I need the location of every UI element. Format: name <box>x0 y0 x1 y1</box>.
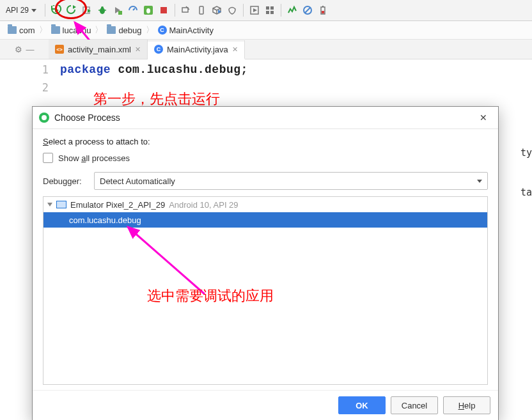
device-icon[interactable] <box>196 4 207 16</box>
layout-inspector-icon[interactable] <box>249 4 260 16</box>
line-number: 1 <box>0 61 49 79</box>
gutter-controls: ⚙ — <box>0 40 49 59</box>
heap-dump-icon[interactable] <box>286 4 298 16</box>
svg-rect-26 <box>270 11 274 14</box>
line-number: 2 <box>0 79 49 97</box>
svg-rect-31 <box>322 11 324 13</box>
chevron-right-icon: 〉 <box>95 24 103 36</box>
tab-close-icon[interactable]: ✕ <box>232 45 238 54</box>
ok-button[interactable]: OK <box>338 396 386 414</box>
svg-rect-23 <box>266 6 269 10</box>
attach-debugger-icon[interactable] <box>143 4 154 16</box>
run-icon[interactable] <box>51 4 62 16</box>
breadcrumb-label: MainActivity <box>169 26 214 35</box>
folder-icon <box>107 26 116 34</box>
dropdown-arrow-icon <box>31 9 36 12</box>
code-editor[interactable]: 1 2 package com.lucashu.debug; <box>0 59 532 111</box>
device-node[interactable]: Emulator Pixel_2_API_29 Android 10, API … <box>43 197 487 212</box>
chevron-right-icon: 〉 <box>146 24 154 36</box>
svg-marker-0 <box>55 8 59 12</box>
svg-rect-9 <box>118 11 122 15</box>
show-all-checkbox[interactable] <box>43 153 53 163</box>
breadcrumb-item[interactable]: debug <box>103 26 145 35</box>
tab-label: activity_main.xml <box>68 45 131 54</box>
folder-icon <box>51 26 60 34</box>
debug-icon[interactable] <box>97 4 108 16</box>
svg-rect-14 <box>182 8 188 12</box>
dialog-title: Choose Process <box>54 113 475 123</box>
breadcrumb-bar: com 〉 lucashu 〉 debug 〉 C MainActivity <box>0 21 532 40</box>
help-button[interactable]: Help <box>443 396 490 414</box>
breadcrumb-item[interactable]: C MainActivity <box>154 26 217 35</box>
truncated-code: ty ta <box>520 147 532 198</box>
main-toolbar: API 29 <box>0 0 532 21</box>
dialog-close-button[interactable]: ✕ <box>475 113 492 123</box>
device-name: Emulator Pixel_2_API_29 <box>70 200 165 210</box>
svg-marker-1 <box>73 5 76 9</box>
breadcrumb-item[interactable]: lucashu <box>47 26 95 35</box>
select-process-label: Select a process to attach to: <box>43 137 488 146</box>
no-entry-icon[interactable] <box>302 4 313 16</box>
run-coverage-icon[interactable] <box>112 4 123 16</box>
device-api-selector[interactable]: API 29 <box>3 2 40 19</box>
svg-rect-30 <box>322 6 324 7</box>
debugger-label: Debugger: <box>43 176 88 186</box>
dialog-button-bar: OK Cancel Help <box>33 390 498 420</box>
emulator-device-icon <box>56 201 66 208</box>
svg-line-18 <box>213 8 217 10</box>
editor-tab-activity-main[interactable]: <> activity_main.xml ✕ <box>49 40 148 59</box>
cancel-button[interactable]: Cancel <box>391 396 438 414</box>
svg-rect-24 <box>270 6 274 10</box>
breadcrumb-label: com <box>19 26 35 35</box>
svg-line-19 <box>217 8 221 10</box>
resource-manager-icon[interactable] <box>264 4 276 16</box>
dropdown-arrow-icon <box>477 180 482 183</box>
gear-icon[interactable]: ⚙ <box>15 45 22 54</box>
dialog-titlebar: Choose Process ✕ <box>33 107 498 129</box>
tree-expand-icon[interactable] <box>47 203 52 206</box>
apply-changes-icon[interactable] <box>81 4 93 16</box>
debugger-value: Detect Automatically <box>100 176 175 186</box>
tab-close-icon[interactable]: ✕ <box>135 45 141 54</box>
profiler-icon[interactable] <box>127 4 139 16</box>
svg-point-12 <box>146 8 150 13</box>
breadcrumb-label: debug <box>118 26 141 35</box>
device-api-label: API 29 <box>6 6 29 15</box>
svg-rect-13 <box>160 7 167 13</box>
tab-label: MainActivity.java <box>167 45 228 54</box>
stop-icon[interactable] <box>158 4 169 16</box>
xml-file-icon: <> <box>55 45 64 54</box>
avd-manager-icon[interactable] <box>180 4 192 16</box>
show-all-processes-row[interactable]: Show all processes <box>43 153 488 163</box>
chevron-right-icon: 〉 <box>39 24 47 36</box>
choose-process-dialog: Choose Process ✕ Select a process to att… <box>32 106 499 420</box>
collapse-icon[interactable]: — <box>26 45 35 54</box>
svg-point-5 <box>101 6 104 9</box>
breadcrumb-label: lucashu <box>63 26 91 35</box>
show-all-label: Show all processes <box>58 153 130 163</box>
process-node[interactable]: com.lucashu.debug <box>43 212 487 228</box>
editor-tab-mainactivity[interactable]: C MainActivity.java ✕ <box>148 40 245 59</box>
kw-package: package <box>60 63 111 76</box>
sdk-manager-icon[interactable] <box>211 4 223 16</box>
class-icon: C <box>158 26 167 35</box>
svg-point-33 <box>42 115 47 120</box>
process-name: com.lucashu.debug <box>69 215 141 225</box>
sync-gradle-icon[interactable] <box>226 4 238 16</box>
debugger-dropdown[interactable]: Detect Automatically <box>94 172 488 190</box>
breadcrumb-item[interactable]: com <box>4 26 39 35</box>
package-name: com.lucashu.debug; <box>111 63 248 76</box>
svg-line-10 <box>133 8 135 10</box>
rerun-icon[interactable] <box>66 4 77 16</box>
device-meta: Android 10, API 29 <box>169 200 238 210</box>
svg-rect-16 <box>199 6 203 14</box>
annotation-select-app: 选中需要调试的应用 <box>147 286 274 306</box>
svg-marker-22 <box>253 8 257 12</box>
svg-line-28 <box>305 8 310 13</box>
java-class-icon: C <box>154 45 163 54</box>
line-number-gutter: 1 2 <box>0 59 60 111</box>
battery-icon[interactable] <box>317 4 329 16</box>
android-studio-icon <box>39 113 49 123</box>
editor-tab-strip: ⚙ — <> activity_main.xml ✕ C MainActivit… <box>0 40 532 59</box>
folder-icon <box>8 26 17 34</box>
